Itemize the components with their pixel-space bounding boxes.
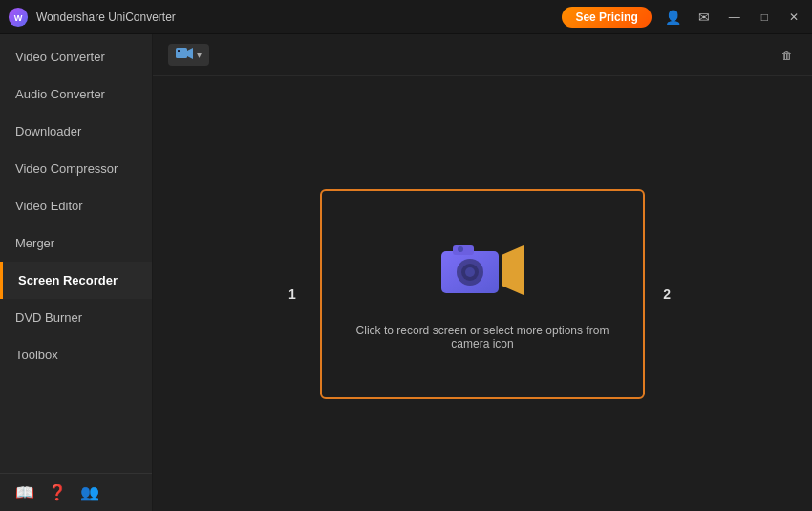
drop-zone-wrapper: 1 — [153, 76, 812, 511]
sidebar-item-video-editor[interactable]: Video Editor — [0, 187, 152, 224]
see-pricing-button[interactable]: See Pricing — [562, 7, 651, 28]
book-icon[interactable]: 📖 — [15, 483, 34, 501]
sidebar: Video Converter Audio Converter Download… — [0, 34, 153, 511]
mail-icon[interactable]: ✉ — [694, 8, 714, 27]
drop-zone[interactable]: Click to record screen or select more op… — [320, 189, 645, 399]
format-dropdown-arrow: ▾ — [197, 50, 202, 60]
app-logo: W — [8, 7, 29, 28]
svg-marker-11 — [502, 245, 524, 295]
maximize-button[interactable]: □ — [756, 9, 774, 26]
user-icon[interactable]: 👤 — [661, 8, 685, 27]
svg-rect-4 — [178, 50, 180, 52]
toolbar-right: 🗑 — [781, 49, 797, 62]
svg-marker-3 — [187, 48, 193, 59]
sidebar-item-audio-converter[interactable]: Audio Converter — [0, 75, 152, 113]
label-2: 2 — [663, 287, 671, 302]
main-layout: Video Converter Audio Converter Download… — [0, 34, 812, 511]
sidebar-item-toolbox[interactable]: Toolbox — [0, 336, 152, 373]
app-title: Wondershare UniConverter — [36, 11, 176, 24]
sidebar-item-dvd-burner[interactable]: DVD Burner — [0, 299, 152, 336]
svg-rect-2 — [176, 48, 187, 58]
toolbar-left: ▾ — [168, 44, 209, 66]
svg-rect-6 — [453, 245, 474, 255]
titlebar: W Wondershare UniConverter See Pricing 👤… — [0, 0, 812, 34]
sidebar-item-screen-recorder[interactable]: Screen Recorder — [0, 262, 152, 299]
label-1: 1 — [288, 287, 296, 302]
minimize-button[interactable]: — — [723, 9, 746, 26]
toolbar: ▾ 🗑 — [153, 34, 812, 76]
format-selector[interactable]: ▾ — [168, 44, 209, 66]
help-icon[interactable]: ❓ — [48, 483, 67, 501]
content-area: ▾ 🗑 1 — [153, 34, 812, 511]
sidebar-item-video-converter[interactable]: Video Converter — [0, 38, 152, 75]
video-format-icon — [176, 47, 193, 63]
sidebar-bottom: 📖 ❓ 👥 — [0, 473, 152, 511]
sidebar-item-merger[interactable]: Merger — [0, 224, 152, 262]
trash-icon: 🗑 — [781, 49, 793, 62]
sidebar-item-video-compressor[interactable]: Video Compressor — [0, 150, 152, 187]
drop-zone-instruction: Click to record screen or select more op… — [322, 324, 643, 351]
sidebar-item-downloader[interactable]: Downloader — [0, 113, 152, 150]
people-icon[interactable]: 👥 — [80, 483, 99, 501]
sidebar-nav: Video Converter Audio Converter Download… — [0, 34, 152, 473]
svg-text:W: W — [14, 12, 23, 22]
titlebar-left: W Wondershare UniConverter — [8, 7, 176, 28]
titlebar-right: See Pricing 👤 ✉ — □ ✕ — [562, 7, 804, 28]
close-button[interactable]: ✕ — [783, 9, 804, 26]
delete-all-button[interactable]: 🗑 — [781, 49, 797, 62]
camera-icon — [439, 238, 525, 305]
svg-point-10 — [465, 267, 475, 277]
svg-point-7 — [458, 246, 463, 252]
